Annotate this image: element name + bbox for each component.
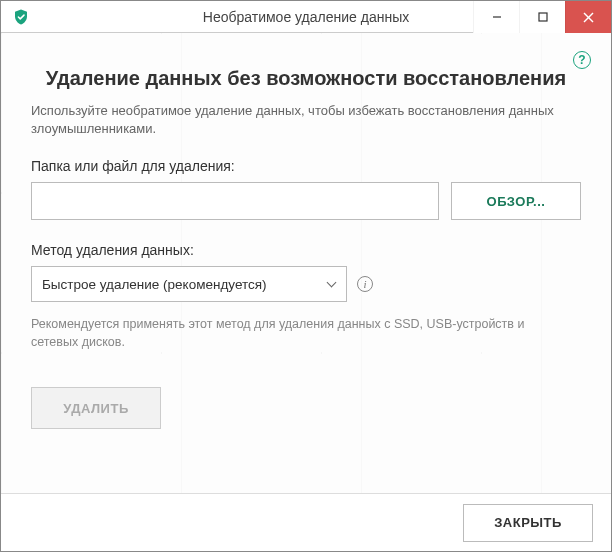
method-selected-value: Быстрое удаление (рекомендуется) bbox=[42, 277, 267, 292]
titlebar: Необратимое удаление данных bbox=[1, 1, 611, 33]
close-window-button[interactable] bbox=[565, 1, 611, 33]
browse-button[interactable]: ОБЗОР... bbox=[451, 182, 581, 220]
close-button[interactable]: ЗАКРЫТЬ bbox=[463, 504, 593, 542]
content-area: ? Удаление данных без возможности восста… bbox=[1, 33, 611, 493]
file-row: ОБЗОР... bbox=[31, 182, 581, 220]
svg-rect-1 bbox=[539, 13, 547, 21]
app-shield-icon bbox=[11, 7, 31, 27]
bottom-bar: ЗАКРЫТЬ bbox=[1, 493, 611, 551]
method-field-label: Метод удаления данных: bbox=[31, 242, 581, 258]
maximize-button[interactable] bbox=[519, 1, 565, 33]
filepath-input[interactable] bbox=[31, 182, 439, 220]
chevron-down-icon bbox=[326, 279, 336, 289]
info-icon[interactable]: i bbox=[357, 276, 373, 292]
page-description: Используйте необратимое удаление данных,… bbox=[31, 102, 581, 138]
window-controls bbox=[473, 1, 611, 33]
method-row: Быстрое удаление (рекомендуется) i bbox=[31, 266, 581, 302]
delete-button[interactable]: УДАЛИТЬ bbox=[31, 387, 161, 429]
minimize-button[interactable] bbox=[473, 1, 519, 33]
method-select[interactable]: Быстрое удаление (рекомендуется) bbox=[31, 266, 347, 302]
help-icon[interactable]: ? bbox=[573, 51, 591, 69]
method-description: Рекомендуется применять этот метод для у… bbox=[31, 316, 551, 351]
page-heading: Удаление данных без возможности восстано… bbox=[31, 67, 581, 90]
file-field-label: Папка или файл для удаления: bbox=[31, 158, 581, 174]
